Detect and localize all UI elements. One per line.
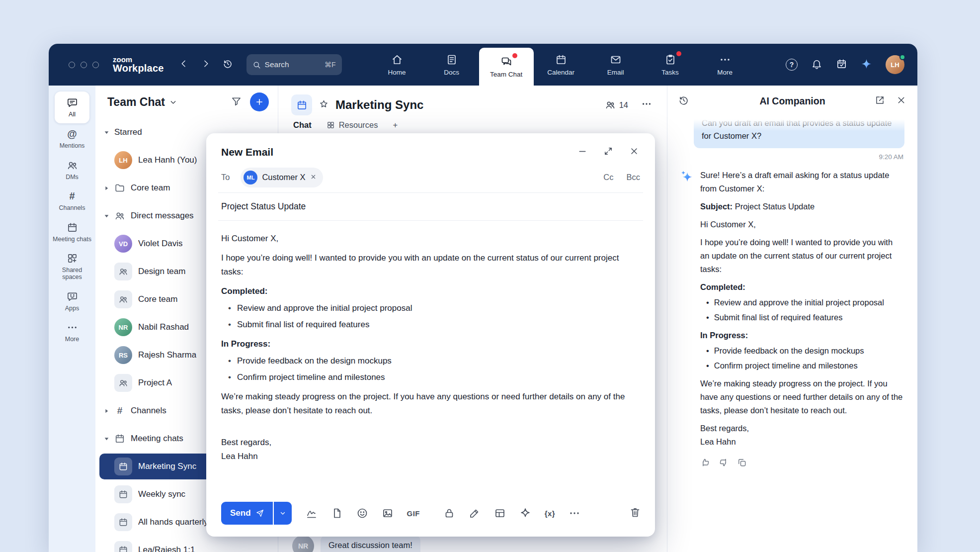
today-calendar-icon[interactable] [836,58,847,72]
back-button[interactable] [179,59,189,71]
expand-icon[interactable] [603,146,613,158]
email-icon [610,54,622,66]
ai-conversation[interactable]: Can you draft an email that provides a s… [667,116,917,552]
folder-icon [114,183,125,193]
ai-greeting: Hi Customer X, [700,218,903,231]
nav-calendar[interactable]: Calendar [534,44,588,86]
ai-completed-heading: Completed: [700,280,903,294]
search-box[interactable]: ⌘F [246,54,342,75]
email-bullet: Confirm project timeline and milestones [221,370,640,384]
group-icon [114,263,132,280]
rail-item-mentions[interactable]: @ Mentions [51,123,93,154]
rail-item-channels[interactable]: # Channels [51,185,93,216]
panel-title: Team Chat [107,95,165,109]
ai-bullet: Provide feedback on the design mockups [700,344,903,358]
history-icon[interactable] [223,59,233,71]
calendar-icon [555,54,567,66]
recipient-chip[interactable]: ML Customer X [241,168,323,187]
chat-item-lea-rajesh[interactable]: Lea/Rajesh 1:1 [95,536,278,552]
email-intro: I hope you’re doing well! I wanted to pr… [221,251,640,279]
nav-tasks[interactable]: Tasks [643,44,698,86]
signature-icon[interactable] [306,507,318,519]
ai-body-intro: I hope you’re doing well! I wanted to pr… [700,236,903,276]
emoji-icon[interactable] [356,507,368,519]
notifications-bell-icon[interactable] [811,58,822,72]
email-completed-heading: Completed: [221,284,640,298]
rail-item-shared-spaces[interactable]: Shared spaces [51,248,93,286]
minimize-icon[interactable] [577,146,587,158]
calendar-icon [114,433,125,444]
meeting-icon [114,513,132,531]
subject-field[interactable]: Project Status Update [218,193,643,221]
layout-icon[interactable] [494,507,506,519]
nav-more[interactable]: More [698,44,752,86]
ai-close-icon[interactable] [896,95,906,107]
search-input[interactable] [265,60,325,69]
logo-workplace-text: Workplace [113,63,164,74]
window-close-button[interactable] [69,62,75,68]
channel-more-icon[interactable] [641,98,652,111]
template-icon[interactable] [331,507,343,519]
left-rail: All @ Mentions DMs # Channels Meeting ch… [49,86,95,552]
rail-item-dms[interactable]: DMs [51,155,93,185]
encrypt-lock-icon[interactable] [443,507,455,519]
tasks-badge [676,51,681,56]
nav-email[interactable]: Email [588,44,643,86]
window-maximize-button[interactable] [92,62,99,68]
ai-in-progress-heading: In Progress: [700,329,903,342]
discard-trash-icon[interactable] [629,506,641,520]
nav-docs[interactable]: Docs [424,44,479,86]
email-bullet: Submit final list of required features [221,318,640,332]
ai-bullet: Review and approve the initial project p… [700,296,903,309]
variables-icon[interactable]: {x} [545,509,555,518]
channel-calendar-icon [291,94,312,115]
member-count[interactable]: 14 [605,99,628,110]
user-prompt-bubble: Can you draft an email that provides a s… [694,116,904,148]
ai-companion-sparkle-icon[interactable] [861,58,872,72]
rail-item-meeting-chats[interactable]: Meeting chats [51,217,93,248]
copy-icon[interactable] [737,458,747,471]
nav-home[interactable]: Home [370,44,424,86]
search-icon [252,61,261,69]
open-in-new-icon[interactable] [875,95,885,107]
bcc-button[interactable]: Bcc [626,173,640,182]
remove-recipient-icon[interactable] [310,173,317,182]
rail-item-apps[interactable]: Apps [51,286,93,317]
main-navigation: Home Docs Team Chat Calendar Email [370,44,752,86]
send-button[interactable]: Send [221,502,273,525]
image-icon[interactable] [382,507,394,519]
filter-icon[interactable] [231,95,242,109]
toolbar-more-icon[interactable] [569,507,580,519]
ai-closing: We’re making steady progress on the proj… [700,377,903,417]
user-avatar[interactable]: LH [886,55,904,74]
ai-compose-sparkle-icon[interactable] [519,507,531,519]
window-minimize-button[interactable] [81,62,87,68]
gif-icon[interactable]: GIF [407,509,420,518]
thumbs-down-icon[interactable] [719,458,729,471]
nav-team-chat[interactable]: Team Chat [479,48,534,86]
new-chat-button[interactable] [250,92,269,111]
search-shortcut: ⌘F [325,61,336,69]
group-icon [114,374,132,392]
email-body-editor[interactable]: Hi Customer X, I hope you’re doing well!… [206,221,655,495]
close-icon[interactable] [629,146,639,158]
tab-add[interactable]: + [393,120,398,130]
ai-intro: Sure! Here’s a draft email asking for a … [700,169,903,195]
forward-button[interactable] [201,59,211,71]
favorite-star-icon[interactable] [319,99,329,111]
help-icon[interactable]: ? [786,59,798,71]
window-controls [69,62,99,68]
cc-button[interactable]: Cc [603,173,613,182]
tab-resources[interactable]: Resources [327,120,378,130]
chat-message: NR Great discussion team! [292,535,420,552]
rail-item-all[interactable]: All [55,92,89,123]
zoom-workplace-logo: zoom Workplace [113,56,164,74]
thumbs-up-icon[interactable] [700,458,710,471]
send-options-button[interactable] [274,502,292,525]
chevron-down-icon [279,510,286,517]
draw-pencil-icon[interactable] [469,507,481,519]
rail-item-more[interactable]: More [51,317,93,348]
email-in-progress-heading: In Progress: [221,337,640,351]
chevron-down-icon[interactable] [169,98,177,106]
tab-chat[interactable]: Chat [293,120,312,130]
